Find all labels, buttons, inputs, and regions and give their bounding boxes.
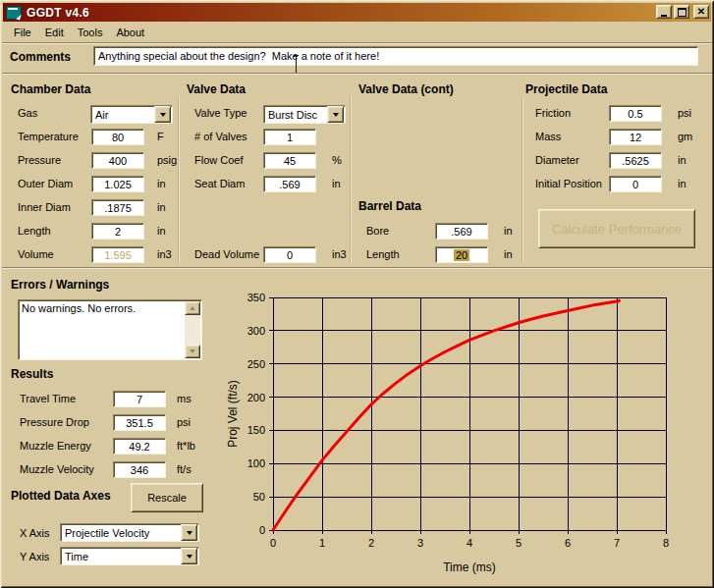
menu-separator [2,42,712,44]
scroll-down-button[interactable] [185,345,200,358]
field-friction[interactable]: 0.5 [609,105,662,122]
section-title-chamber-data: Chamber Data [11,82,90,96]
field-initial-position[interactable]: 0 [609,176,662,192]
section-title-results: Results [11,367,53,381]
y-tick-label: 100 [247,457,265,469]
select-gas[interactable]: Air [90,105,173,124]
unit-volume: in3 [157,248,172,260]
field-value-pressure: 400 [109,155,127,167]
field-temperature[interactable]: 80 [91,129,144,145]
unit-bore: in [504,225,513,237]
comments-label: Comments [10,50,71,64]
label-friction: Friction [535,107,571,119]
field-pressure[interactable]: 400 [91,152,144,169]
field-value-outer-diam: 1.025 [104,179,132,190]
titlebar: GGDT v4.6 ✕ [3,3,711,22]
y-tick-label: 300 [247,325,265,337]
field-length[interactable]: 20 [435,246,488,263]
menu-file[interactable]: File [7,24,38,41]
field-value-length: 20 [454,249,469,261]
x-axis-dropdown-button[interactable] [181,524,197,541]
x-tick-label: 5 [516,537,522,549]
x-tick-label: 2 [368,537,374,549]
label-flow-coef: Flow Coef [194,154,244,166]
scroll-up-button[interactable] [185,301,200,315]
y-tick-label: 350 [247,292,265,303]
label-pressure-drop: Pressure Drop [20,416,89,428]
field-value-bore: .569 [451,226,471,238]
field-muzzle-energy[interactable]: 49.2 [113,438,166,454]
unit-temperature: F [157,131,164,142]
label-outer-diam: Outer Diam [18,178,73,189]
section-chamber-data: Chamber DataGasAirTemperature80FPressure… [8,80,181,267]
field-pressure-drop[interactable]: 351.5 [113,414,166,431]
field-muzzle-velocity[interactable]: 346 [113,461,166,478]
label-inner-diam: Inner Diam [18,201,71,213]
field-diameter[interactable]: .5625 [609,152,662,169]
label-travel-time: Travel Time [20,393,76,404]
field-length[interactable]: 2 [91,223,144,240]
minimize-button[interactable] [656,5,672,19]
section-title-projectile-data: Projectile Data [525,82,607,96]
dropdown-button-gas[interactable] [154,106,171,123]
y-tick-label: 0 [259,524,265,536]
y-tick-label: 50 [253,491,265,503]
field-of-valves[interactable]: 1 [263,129,316,145]
errors-scrollbar[interactable] [185,301,200,358]
field-outer-diam[interactable]: 1.025 [91,176,144,192]
dropdown-button-valve-type[interactable] [327,106,344,123]
field-travel-time[interactable]: 7 [113,391,166,407]
field-value-pressure-drop: 351.5 [126,417,153,429]
y-axis-select-value: Time [61,551,181,562]
unit-length: in [504,248,513,260]
field-value-inner-diam: .1875 [104,202,132,214]
menu-edit[interactable]: Edit [38,24,71,41]
unit-length: in [157,225,166,237]
errors-warnings-text: No warnings. No errors. [22,302,184,314]
calculate-performance-button[interactable]: Calculate Performance [538,209,695,248]
unit-pressure: psig [157,154,177,166]
field-value-muzzle-velocity: 346 [131,464,148,476]
menu-tools[interactable]: Tools [71,24,110,41]
label-volume: Volume [18,248,54,260]
select-valve-type[interactable]: Burst Disc [263,105,346,124]
section-valve-data: Valve DataValve TypeBurst Disc# of Valve… [185,80,352,267]
y-tick-label: 250 [247,358,265,370]
field-value-muzzle-energy: 49.2 [129,441,149,453]
x-axis-select[interactable]: Projectile Velocity [60,523,199,542]
label-gas: Gas [18,107,37,119]
menu-about[interactable]: About [109,24,151,41]
y-axis-select[interactable]: Time [60,547,199,565]
errors-warnings-box: No warnings. No errors. [18,299,202,360]
field-inner-diam[interactable]: .1875 [91,199,144,216]
rescale-button[interactable]: Rescale [131,483,203,512]
label-diameter: Diameter [535,154,579,166]
field-mass[interactable]: 12 [609,129,662,145]
field-value-seat-diam: .569 [279,179,300,190]
scroll-down-icon [190,349,195,353]
field-dead-volume[interactable]: 0 [263,246,316,263]
close-icon: ✕ [697,7,705,17]
field-seat-diam[interactable]: .569 [263,176,316,192]
app-window: GGDT v4.6 ✕ FileEditToolsAbout Comments … [0,0,714,588]
x-axis-select-value: Projectile Velocity [61,527,181,539]
maximize-button[interactable] [674,5,689,19]
chevron-down-icon [187,555,192,559]
y-axis-dropdown-button[interactable] [181,548,197,564]
field-bore[interactable]: .569 [435,223,488,240]
field-flow-coef[interactable]: 45 [263,152,316,169]
window-title: GGDT v4.6 [27,6,89,20]
section-title-valve-data: Valve Data [187,82,246,96]
close-button[interactable]: ✕ [693,5,709,19]
x-tick-label: 1 [319,537,325,549]
field-volume: 1.595 [91,246,144,263]
x-tick-label: 3 [417,537,423,549]
x-tick-label: 4 [467,537,472,549]
scroll-up-icon [190,306,195,310]
field-value-friction: 0.5 [628,108,642,120]
section-barrel-data: Barrel DataBore.569inLength20in [358,80,516,267]
field-value-length: 2 [115,226,121,238]
comments-input[interactable] [93,46,698,66]
column-separator [522,96,523,263]
label-valve-type: Valve Type [194,107,247,119]
